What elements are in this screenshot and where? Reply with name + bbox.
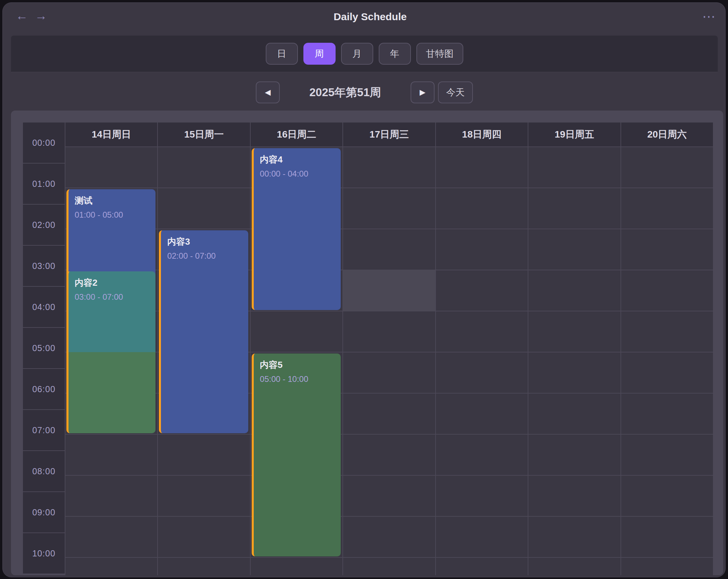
calendar-cell[interactable]	[436, 188, 528, 229]
calendar-cell[interactable]	[158, 558, 250, 575]
event-time: 02:00 - 07:00	[167, 251, 242, 261]
calendar-cell[interactable]	[621, 517, 713, 557]
calendar-cell[interactable]	[436, 311, 528, 352]
event-block[interactable]: 内容203:00 - 07:00	[66, 271, 155, 433]
calendar-cell[interactable]	[621, 147, 713, 188]
day-column: 20日周六	[621, 123, 713, 575]
calendar-cell[interactable]	[436, 147, 528, 188]
time-cell: 10:00	[23, 533, 65, 574]
calendar-cell[interactable]	[528, 352, 620, 393]
calendar-cell[interactable]	[621, 311, 713, 352]
calendar-cell[interactable]	[343, 476, 435, 516]
calendar-cell[interactable]	[528, 147, 620, 188]
calendar-cell[interactable]	[528, 394, 620, 434]
time-cell: 00:00	[23, 123, 65, 163]
history-back-icon[interactable]: ←	[14, 8, 30, 24]
calendar-cell[interactable]	[436, 476, 528, 516]
time-label: 09:00	[32, 507, 55, 517]
history-forward-icon[interactable]: →	[33, 8, 49, 24]
calendar-cell[interactable]	[65, 517, 157, 557]
week-navigation: ◀ 2025年第51周 ▶ 今天	[3, 81, 726, 103]
calendar-cell[interactable]	[436, 517, 528, 557]
calendar-cell[interactable]	[436, 352, 528, 393]
calendar-cell[interactable]	[158, 435, 250, 475]
previous-week-button[interactable]: ◀	[256, 81, 280, 103]
time-cell: 04:00	[23, 287, 65, 327]
view-tab-1[interactable]: 日	[266, 43, 298, 65]
calendar-cell[interactable]	[621, 435, 713, 475]
calendar-cell[interactable]	[436, 558, 528, 575]
time-label: 08:00	[32, 466, 55, 476]
calendar-cell[interactable]	[251, 558, 342, 575]
today-button[interactable]: 今天	[438, 81, 473, 103]
view-tab-3[interactable]: 月	[341, 43, 373, 65]
event-time: 00:00 - 04:00	[260, 169, 335, 179]
time-cell: 07:00	[23, 410, 65, 450]
calendar-cell[interactable]	[528, 311, 620, 352]
calendar-cell[interactable]	[436, 229, 528, 270]
calendar-cell[interactable]	[528, 270, 620, 311]
day-header: 20日周六	[621, 123, 713, 146]
day-column: 15日周一内容302:00 - 07:00	[158, 123, 250, 575]
view-tab-4[interactable]: 年	[379, 43, 411, 65]
calendar-grid: 00:0001:0002:0003:0004:0005:0006:0007:00…	[23, 123, 713, 575]
calendar-cell-hovered[interactable]	[343, 270, 435, 311]
calendar-cell[interactable]	[158, 147, 250, 188]
calendar-cell[interactable]	[65, 476, 157, 516]
time-cell: 05:00	[23, 328, 65, 368]
calendar-cell[interactable]	[436, 435, 528, 475]
calendar-cell[interactable]	[343, 558, 435, 575]
day-column: 17日周三	[343, 123, 435, 575]
calendar-cell[interactable]	[528, 558, 620, 575]
calendar-cell[interactable]	[621, 558, 713, 575]
day-header: 17日周三	[343, 123, 435, 146]
calendar-cell[interactable]	[528, 188, 620, 229]
calendar-cell[interactable]	[65, 435, 157, 475]
event-block[interactable]: 内容302:00 - 07:00	[159, 230, 248, 433]
calendar-cell[interactable]	[621, 270, 713, 311]
next-week-button[interactable]: ▶	[411, 81, 435, 103]
calendar-cell[interactable]	[621, 394, 713, 434]
calendar-cell[interactable]	[621, 352, 713, 393]
title-bar: ← → Daily Schedule ⋯	[3, 3, 725, 36]
time-label: 00:00	[32, 138, 55, 148]
calendar-cell[interactable]	[528, 229, 620, 270]
calendar-cell[interactable]	[65, 147, 157, 188]
time-label: 06:00	[32, 384, 55, 394]
calendar-cell[interactable]	[436, 394, 528, 434]
calendar-cell[interactable]	[158, 476, 250, 516]
event-block[interactable]: 内容505:00 - 10:00	[252, 353, 341, 556]
page-title: Daily Schedule	[334, 11, 406, 23]
calendar-cell[interactable]	[343, 147, 435, 188]
calendar-cell[interactable]	[158, 188, 250, 229]
calendar-cell[interactable]	[343, 352, 435, 393]
more-options-icon[interactable]: ⋯	[701, 8, 717, 25]
event-title: 内容5	[260, 359, 335, 371]
time-label: 02:00	[32, 220, 55, 230]
app-window: ← → Daily Schedule ⋯ 日周月年甘特图 ◀ 2025年第51周…	[2, 2, 726, 577]
day-header: 18日周四	[436, 123, 528, 146]
calendar-cell[interactable]	[65, 558, 157, 575]
view-tab-2[interactable]: 周	[303, 43, 336, 65]
time-label: 01:00	[32, 179, 55, 189]
day-header: 15日周一	[158, 123, 250, 146]
event-block[interactable]: 内容400:00 - 04:00	[252, 148, 341, 310]
calendar-cell[interactable]	[528, 476, 620, 516]
calendar-cell[interactable]	[343, 435, 435, 475]
day-column: 19日周五	[528, 123, 620, 575]
calendar-cell[interactable]	[621, 229, 713, 270]
view-tab-5[interactable]: 甘特图	[416, 43, 463, 65]
calendar-cell[interactable]	[343, 311, 435, 352]
time-cell: 08:00	[23, 451, 65, 491]
calendar-cell[interactable]	[158, 517, 250, 557]
calendar-cell[interactable]	[343, 517, 435, 557]
calendar-cell[interactable]	[621, 188, 713, 229]
calendar-cell[interactable]	[343, 229, 435, 270]
calendar-cell[interactable]	[343, 394, 435, 434]
calendar-cell[interactable]	[528, 517, 620, 557]
calendar-cell[interactable]	[621, 476, 713, 516]
calendar-cell[interactable]	[436, 270, 528, 311]
calendar-cell[interactable]	[528, 435, 620, 475]
calendar-cell[interactable]	[251, 311, 342, 352]
calendar-cell[interactable]	[343, 188, 435, 229]
